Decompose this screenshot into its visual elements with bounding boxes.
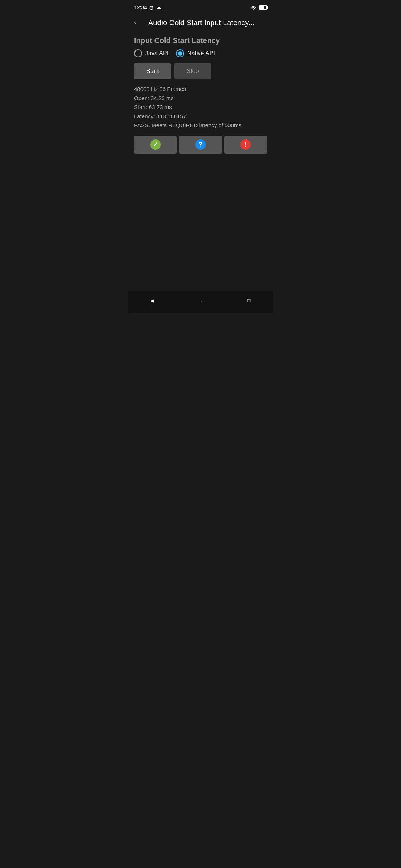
status-bar: 12:34 G ☁ [128, 0, 273, 13]
nav-home-button[interactable]: ○ [190, 295, 211, 306]
toolbar-title: Audio Cold Start Input Latency... [148, 19, 254, 27]
warning-icon: ! [240, 139, 251, 150]
radio-java-api[interactable]: Java API [134, 49, 169, 57]
metric-open: Open: 34.23 ms [134, 94, 267, 103]
wifi-icon [250, 5, 257, 10]
nav-bar: ◀ ○ □ [128, 291, 273, 313]
radio-java-circle [134, 49, 142, 57]
status-left: 12:34 G ☁ [134, 4, 162, 11]
metrics-display: 48000 Hz 96 Frames Open: 34.23 ms Start:… [134, 85, 267, 130]
radio-group: Java API Native API [134, 49, 267, 57]
status-buttons: ✓ ? ! [134, 136, 267, 154]
main-content: Input Cold Start Latency Java API Native… [128, 33, 273, 228]
toolbar: ← Audio Cold Start Input Latency... [128, 13, 273, 33]
content-spacer [128, 228, 273, 291]
nav-back-button[interactable]: ◀ [142, 295, 163, 306]
action-buttons: Start Stop [134, 63, 267, 79]
metric-hz-frames: 48000 Hz 96 Frames [134, 85, 267, 93]
check-icon: ✓ [150, 139, 161, 150]
cloud-icon: ☁ [156, 4, 162, 11]
metric-pass: PASS. Meets REQUIRED latency of 500ms [134, 121, 267, 130]
google-icon: G [149, 4, 154, 11]
battery-icon [259, 5, 267, 10]
metric-start: Start: 63.73 ms [134, 103, 267, 112]
back-button[interactable]: ← [133, 16, 144, 29]
radio-java-label: Java API [145, 50, 169, 57]
question-icon: ? [195, 139, 206, 150]
nav-recents-button[interactable]: □ [238, 295, 259, 306]
radio-native-label: Native API [187, 50, 215, 57]
info-status-button[interactable]: ? [179, 136, 222, 154]
pass-status-button[interactable]: ✓ [134, 136, 177, 154]
warning-status-button[interactable]: ! [224, 136, 267, 154]
status-right [250, 5, 267, 10]
metric-latency: Latency: 113.166157 [134, 112, 267, 121]
start-button[interactable]: Start [134, 63, 171, 79]
radio-native-api[interactable]: Native API [176, 49, 215, 57]
radio-native-inner [178, 51, 182, 56]
section-title: Input Cold Start Latency [134, 36, 267, 45]
time-display: 12:34 [134, 4, 147, 10]
radio-native-circle [176, 49, 184, 57]
stop-button[interactable]: Stop [174, 63, 211, 79]
